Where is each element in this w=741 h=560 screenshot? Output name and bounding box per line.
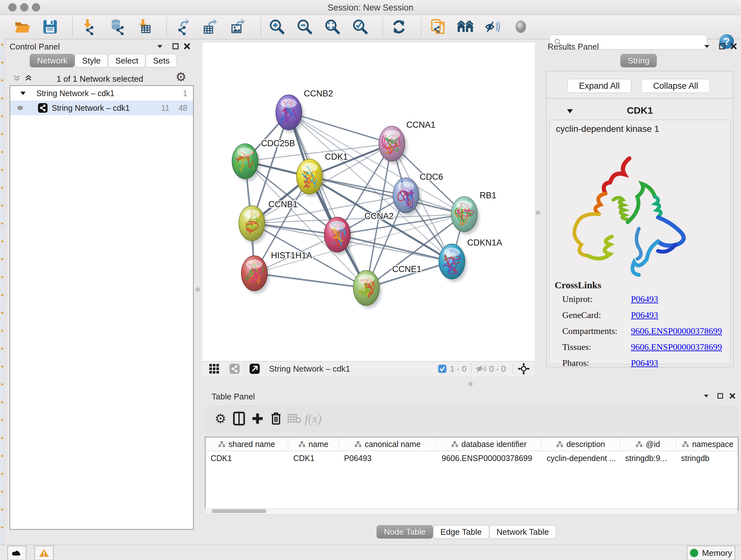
selected-checkbox-icon[interactable]	[438, 364, 447, 373]
delete-column-icon[interactable]	[267, 409, 285, 428]
import-database-icon[interactable]	[108, 17, 125, 37]
node-label-CDK1: CDK1	[325, 152, 348, 162]
results-panel-close-icon[interactable]	[729, 42, 738, 51]
hide-selected-icon[interactable]	[484, 17, 502, 37]
import-network-icon[interactable]	[80, 17, 98, 37]
edge-CCNB2-CCNA1[interactable]	[289, 112, 392, 144]
table-options-gear-icon[interactable]: ⚙	[211, 409, 230, 428]
crosslink-value-link[interactable]: 9606.ENSP00000378699	[631, 326, 722, 336]
column-header-description[interactable]: description	[542, 437, 620, 451]
column-header-canonical-name[interactable]: canonical name	[339, 437, 436, 451]
node-CCNB1[interactable]	[239, 206, 267, 244]
bottom-splitter-handle[interactable]	[468, 382, 473, 386]
first-neighbors-icon[interactable]	[456, 17, 474, 37]
crosslink-value-link[interactable]: 9606.ENSP00000378699	[631, 342, 722, 352]
network-row[interactable]: String Network – cdk1 11 48	[10, 101, 193, 115]
control-panel-menu-icon[interactable]	[155, 42, 165, 51]
crosslink-label: Uniprot:	[562, 294, 631, 304]
memory-button[interactable]: Memory	[687, 546, 735, 560]
warning-status-button[interactable]	[35, 546, 54, 560]
network-view-toolbar: String Network – cdk1 1 - 0 0 - 0	[202, 361, 535, 376]
node-CCNE1[interactable]	[353, 270, 382, 308]
tab-select[interactable]: Select	[108, 54, 145, 67]
zoom-selected-icon[interactable]	[351, 17, 369, 37]
table-panel-menu-icon[interactable]	[701, 391, 711, 401]
table-header-row: shared namenamecanonical namedatabase id…	[205, 437, 738, 451]
table-panel-close-icon[interactable]	[728, 391, 737, 401]
zoom-in-icon[interactable]	[268, 17, 286, 37]
collapse-all-button[interactable]: Collapse All	[641, 79, 710, 93]
right-splitter-handle[interactable]	[536, 211, 540, 215]
tab-style[interactable]: Style	[75, 54, 108, 67]
results-panel-menu-icon[interactable]	[702, 42, 712, 51]
tab-edge-table[interactable]: Edge Table	[433, 525, 489, 539]
node-CCNB2[interactable]	[276, 95, 304, 133]
tab-network-table[interactable]: Network Table	[489, 525, 556, 539]
node-CDC6[interactable]	[393, 178, 421, 216]
memory-label: Memory	[702, 548, 732, 558]
edge-CCNB2-CCNE1[interactable]	[289, 112, 366, 288]
open-session-icon[interactable]	[13, 17, 31, 37]
control-panel-float-icon[interactable]	[171, 42, 180, 51]
tab-network[interactable]: Network	[30, 54, 75, 67]
crosslink-value-link[interactable]: P06493	[631, 294, 658, 304]
table-cell: stringdb:9...	[620, 451, 676, 465]
edge-RB1-CCNB1[interactable]	[252, 214, 464, 223]
export-image-icon[interactable]	[229, 17, 247, 37]
zoom-fit-icon[interactable]	[324, 17, 341, 37]
tab-string[interactable]: String	[620, 54, 657, 67]
column-header-name[interactable]: name	[288, 437, 339, 451]
table-scrollbar-thumb[interactable]	[212, 509, 266, 513]
column-header-database-identifier[interactable]: database identifier	[436, 437, 542, 451]
node-HIST1H1A[interactable]	[241, 256, 270, 294]
edge-CCNA2-CDKN1A[interactable]	[337, 235, 452, 261]
collection-expander-icon[interactable]	[20, 91, 26, 96]
crosslink-value-link[interactable]: P06493	[631, 310, 658, 320]
show-columns-icon[interactable]	[230, 409, 248, 428]
zoom-out-icon[interactable]	[296, 17, 314, 37]
string-style-icon[interactable]	[229, 363, 240, 374]
cloud-status-button[interactable]	[7, 546, 26, 560]
export-table-icon[interactable]	[202, 17, 219, 37]
open-in-new-window-icon[interactable]	[249, 363, 260, 374]
expand-all-button[interactable]: Expand All	[567, 79, 631, 93]
app-window: Session: New Session ? Control Panel Net…	[0, 0, 741, 560]
node-CDKN1A[interactable]	[439, 244, 467, 282]
cloud-icon	[11, 549, 22, 557]
create-column-icon[interactable]	[248, 409, 267, 428]
node-label-CDKN1A: CDKN1A	[467, 238, 502, 247]
network-canvas[interactable]: CCNB2CCNA1CDC25BCDK1CDC6RB1CCNB1CCNA2CDK…	[202, 43, 535, 361]
crosslink-label: Tissues:	[562, 342, 631, 352]
tab-sets[interactable]: Sets	[145, 54, 177, 67]
network-view-title: String Network – cdk1	[269, 364, 350, 374]
table-cell: cyclin-dependent ...	[542, 451, 620, 465]
network-snapshot-icon[interactable]	[428, 17, 447, 37]
string-network-icon	[38, 103, 48, 113]
export-network-icon[interactable]	[174, 17, 192, 37]
import-table-icon[interactable]	[135, 17, 153, 37]
node-label-CDC6: CDC6	[420, 172, 443, 182]
show-all-icon[interactable]	[512, 17, 530, 37]
node-RB1[interactable]	[451, 197, 480, 235]
tab-node-table[interactable]: Node Table	[377, 525, 433, 539]
results-panel-float-icon[interactable]	[718, 42, 727, 51]
column-header--id[interactable]: @id	[620, 437, 676, 451]
network-options-gear-icon[interactable]: ⚙	[176, 72, 186, 82]
network-collection-row[interactable]: String Network – cdk1 1	[10, 86, 193, 101]
node-label-CCNA1: CCNA1	[406, 120, 435, 130]
column-header-namespace[interactable]: namespace	[676, 437, 738, 451]
toolbar-separator	[72, 17, 73, 36]
refresh-icon[interactable]	[390, 17, 408, 37]
toolbar-separator	[421, 17, 421, 36]
table-panel-float-icon[interactable]	[716, 391, 725, 401]
column-header-shared-name[interactable]: shared name	[205, 437, 288, 451]
left-splitter-handle[interactable]	[196, 287, 200, 292]
edge-HIST1H1A-CCNE1[interactable]	[254, 273, 366, 288]
crosslink-value-link[interactable]: P06493	[631, 358, 658, 368]
save-session-icon[interactable]	[41, 17, 59, 37]
table-row[interactable]: CDK1CDK1P064939606.ENSP00000378699cyclin…	[205, 451, 738, 465]
birds-eye-view-icon[interactable]	[518, 363, 530, 375]
grid-view-icon[interactable]	[209, 363, 219, 374]
control-panel-close-icon[interactable]	[182, 42, 192, 51]
node-CCNA2[interactable]	[324, 217, 353, 255]
